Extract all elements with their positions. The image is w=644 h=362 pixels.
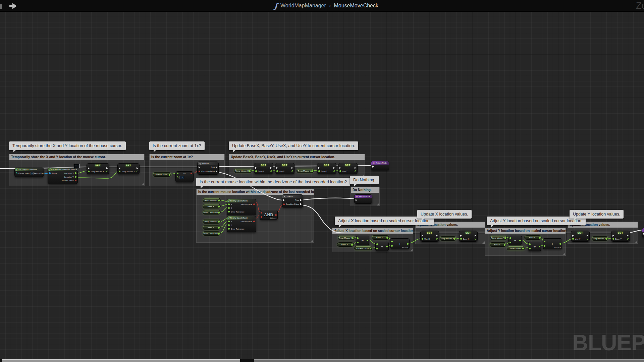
comment-resize-handle[interactable] (635, 241, 637, 243)
exec-out-pin[interactable] (436, 235, 438, 237)
var-get-temp-mouse-x[interactable]: Temp Mouse X (440, 236, 457, 241)
pin-output[interactable] (475, 238, 476, 240)
comment-resize-handle[interactable] (410, 249, 413, 251)
exec-out-pin[interactable] (137, 167, 138, 169)
exec-true-pin[interactable] (216, 166, 217, 168)
var-get-temp-mouse-x[interactable]: Temp Mouse X (203, 198, 221, 202)
pin-output[interactable] (386, 237, 388, 239)
pin-output[interactable] (218, 227, 220, 229)
node-return-clipped[interactable] (642, 228, 644, 237)
pin-in-2[interactable] (529, 248, 531, 249)
exec-in-pin[interactable] (460, 235, 462, 237)
pin-return-value[interactable] (253, 221, 255, 222)
graph-canvas[interactable] (0, 11, 644, 362)
pin-base-y[interactable] (612, 238, 614, 240)
pin-out[interactable] (519, 240, 521, 241)
pin-use-y[interactable] (572, 238, 574, 240)
exec-in-pin[interactable] (119, 167, 120, 169)
pin-in-1[interactable] (376, 243, 378, 245)
pin-result[interactable] (191, 173, 192, 174)
pin-output[interactable] (137, 171, 138, 172)
pin-condition[interactable] (199, 171, 200, 172)
exec-in-pin[interactable] (318, 167, 320, 169)
pin-temp-mouse-x[interactable] (88, 171, 90, 172)
exec-out-pin[interactable] (627, 235, 629, 237)
pin-error-tolerance[interactable] (228, 211, 230, 213)
exec-in-pin[interactable] (199, 166, 200, 168)
pin-output[interactable] (606, 238, 607, 240)
pin-in-2[interactable] (544, 245, 545, 247)
pin-condition[interactable] (283, 203, 285, 205)
node-nearly-equal-y[interactable]: ƒNearly Equal (float) AReturn Value B Er… (227, 216, 256, 232)
pin-in-2[interactable] (376, 248, 378, 249)
node-set-use-x[interactable]: SET Use X (275, 163, 294, 174)
var-get-zoom-dead-zone[interactable]: Zoom Dead Zone (203, 231, 221, 236)
pin-in-1[interactable] (391, 241, 393, 242)
comment-resize-handle[interactable] (482, 241, 485, 244)
pin-output[interactable] (352, 237, 354, 239)
var-get-base-x[interactable]: Base X (372, 235, 389, 240)
pin-in-1[interactable] (509, 237, 511, 239)
pin-output[interactable] (504, 244, 505, 246)
pin-error-tolerance[interactable] (228, 228, 230, 230)
node-equal-float[interactable]: == 1.0 (175, 171, 194, 182)
exec-in-pin[interactable] (276, 167, 278, 169)
pin-output[interactable] (351, 244, 353, 246)
pin-output[interactable] (436, 238, 438, 240)
back-arrow-icon[interactable] (0, 4, 2, 9)
pin-out[interactable] (539, 246, 540, 247)
exec-out-pin[interactable] (291, 167, 293, 169)
pin-output[interactable] (249, 170, 251, 172)
var-get-base-y[interactable]: Base Y (490, 242, 506, 247)
pin-a[interactable] (228, 203, 230, 205)
pin-in-2[interactable] (509, 242, 511, 243)
pin-in-2[interactable] (261, 216, 262, 218)
var-get-temp-mouse-x[interactable]: Temp Mouse X (338, 236, 355, 240)
exec-in-pin[interactable] (283, 199, 285, 201)
exec-out-pin[interactable] (333, 167, 335, 169)
pin-output[interactable] (270, 170, 272, 172)
pin-in-1[interactable] (261, 212, 262, 214)
pin-b[interactable] (228, 207, 230, 209)
pin-use-y[interactable] (339, 170, 341, 172)
var-get-zoom-dead-zone[interactable]: Zoom Dead Zone (203, 210, 221, 215)
pin-player-index[interactable] (16, 172, 17, 174)
add-pin-button[interactable]: Add pin + (270, 218, 276, 219)
exec-in-pin[interactable] (612, 235, 614, 237)
node-set-temp-mouse-y[interactable]: SET Temp Mouse Y (117, 163, 140, 174)
pin-out[interactable] (386, 246, 388, 247)
pin-output[interactable] (587, 238, 588, 240)
pin-output[interactable] (218, 212, 220, 214)
var-get-base-y[interactable]: Base Y (203, 225, 221, 230)
add-pin-button[interactable]: Add pin + (554, 247, 561, 248)
pin-output[interactable] (169, 174, 170, 176)
var-get-base-x[interactable]: Base X (203, 204, 221, 208)
var-get-current-zoom[interactable]: Current Zoom (507, 246, 525, 250)
pin-output[interactable] (218, 221, 220, 223)
node-branch-zoom[interactable]: Branch True ConditionFalse (197, 162, 219, 175)
pin-out[interactable] (407, 243, 409, 245)
pin-temp-mouse-y[interactable] (119, 171, 120, 172)
var-get-temp-mouse-y[interactable]: Temp Mouse Y (203, 219, 221, 224)
pin-in-2[interactable] (391, 245, 393, 247)
exec-out-pin[interactable] (106, 167, 108, 169)
node-subtract-y[interactable]: − (508, 236, 522, 245)
node-get-player-controller[interactable]: ƒGet Player Controller Player Index0 Ret… (14, 168, 44, 177)
exec-in-pin[interactable] (422, 235, 423, 237)
node-nearly-equal-x[interactable]: ƒNearly Equal (float) AReturn Value B Er… (227, 199, 256, 215)
var-get-temp-mouse-y[interactable]: Temp Mouse Y (297, 169, 314, 173)
exec-in-pin[interactable] (356, 199, 357, 201)
breadcrumb-function[interactable]: MouseMoveCheck (334, 3, 378, 9)
pin-b[interactable] (177, 176, 178, 178)
node-branch-deadzone[interactable]: Branch True ConditionFalse (282, 194, 303, 207)
pin-output[interactable] (218, 206, 220, 207)
exec-in-pin[interactable] (88, 167, 90, 169)
pin-use-x[interactable] (422, 238, 423, 240)
pin-output[interactable] (333, 170, 335, 172)
exec-out-pin[interactable] (270, 167, 272, 169)
node-set-use-y[interactable]: SET Use Y (571, 231, 590, 242)
exec-false-pin[interactable] (300, 203, 302, 205)
pin-in-1[interactable] (529, 243, 531, 245)
node-add-y[interactable]: + Add pin + (543, 238, 562, 249)
pin-output[interactable] (291, 170, 293, 172)
